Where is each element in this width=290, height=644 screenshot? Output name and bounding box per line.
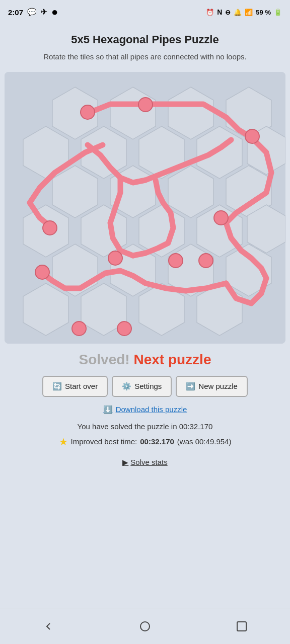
minus-icon: ⊖: [225, 9, 231, 16]
svg-point-36: [245, 129, 259, 143]
download-label: Download this puzzle: [116, 405, 187, 414]
svg-point-34: [81, 105, 95, 119]
signal-icon: 📶: [245, 9, 253, 16]
svg-point-39: [169, 254, 183, 268]
solved-text: Solved!: [79, 352, 130, 367]
new-puzzle-icon: ➡️: [186, 382, 195, 391]
svg-point-45: [140, 622, 150, 631]
svg-point-42: [117, 321, 131, 336]
download-icon: ⬇️: [103, 405, 113, 414]
settings-button[interactable]: ⚙️ Settings: [112, 376, 172, 397]
nfc-icon: N: [217, 8, 222, 16]
alarm-icon: ⏰: [206, 9, 214, 16]
buttons-row: 🔄 Start over ⚙️ Settings ➡️ New puzzle: [6, 376, 284, 397]
star-icon: ★: [59, 436, 68, 448]
settings-icon: ⚙️: [122, 382, 131, 391]
svg-point-44: [214, 211, 228, 225]
best-time-prefix: Improved best time:: [71, 437, 137, 446]
battery-icon: 🔋: [274, 9, 282, 16]
whatsapp-icon: 💬: [27, 8, 37, 17]
status-left: 2:07 💬 ✈ ●: [8, 6, 58, 19]
svg-rect-46: [237, 622, 246, 631]
best-time-row: ★ Improved best time: 00:32.170 (was 00:…: [59, 436, 232, 448]
page-title: 5x5 Hexagonal Pipes Puzzle: [71, 33, 219, 46]
new-puzzle-label: New puzzle: [198, 382, 238, 390]
best-time-value: 00:32.170: [140, 437, 174, 446]
new-puzzle-button[interactable]: ➡️ New puzzle: [176, 376, 248, 397]
start-over-label: Start over: [65, 382, 98, 390]
telegram-icon: ✈: [41, 8, 47, 17]
start-over-icon: 🔄: [52, 382, 62, 391]
best-time-suffix: (was 00:49.954): [177, 437, 232, 446]
triangle-icon: ▶: [122, 458, 128, 467]
solve-time-text: You have solved the puzzle in 00:32.170: [78, 422, 213, 431]
svg-point-38: [108, 251, 122, 265]
back-button[interactable]: [38, 616, 58, 636]
solved-row: Solved! Next puzzle: [79, 352, 211, 368]
svg-point-41: [35, 265, 49, 279]
svg-point-43: [72, 321, 86, 336]
status-bar: 2:07 💬 ✈ ● ⏰ N ⊖ 🔔 📶 59 % 🔋: [0, 0, 290, 24]
main-content: 5x5 Hexagonal Pipes Puzzle Rotate the ti…: [0, 24, 290, 608]
svg-point-37: [43, 221, 57, 235]
svg-point-40: [199, 254, 213, 268]
next-puzzle-button[interactable]: Next puzzle: [133, 352, 211, 367]
start-over-button[interactable]: 🔄 Start over: [42, 376, 108, 397]
subtitle: Rotate the tiles so that all pipes are c…: [43, 51, 247, 63]
svg-point-35: [138, 98, 153, 112]
solve-stats-label: Solve stats: [130, 458, 167, 466]
solve-stats-link[interactable]: ▶ Solve stats: [122, 458, 167, 467]
nav-bar: [0, 608, 290, 644]
bell-icon: 🔔: [234, 9, 242, 16]
recents-button[interactable]: [232, 616, 252, 636]
home-button[interactable]: [135, 616, 155, 636]
status-right: ⏰ N ⊖ 🔔 📶 59 % 🔋: [206, 8, 282, 16]
circle-icon: ●: [51, 6, 58, 19]
download-link[interactable]: ⬇️ Download this puzzle: [103, 405, 187, 414]
battery-text: 59 %: [256, 9, 271, 16]
settings-label: Settings: [134, 382, 162, 390]
time: 2:07: [8, 8, 23, 17]
puzzle-area[interactable]: [5, 72, 285, 344]
